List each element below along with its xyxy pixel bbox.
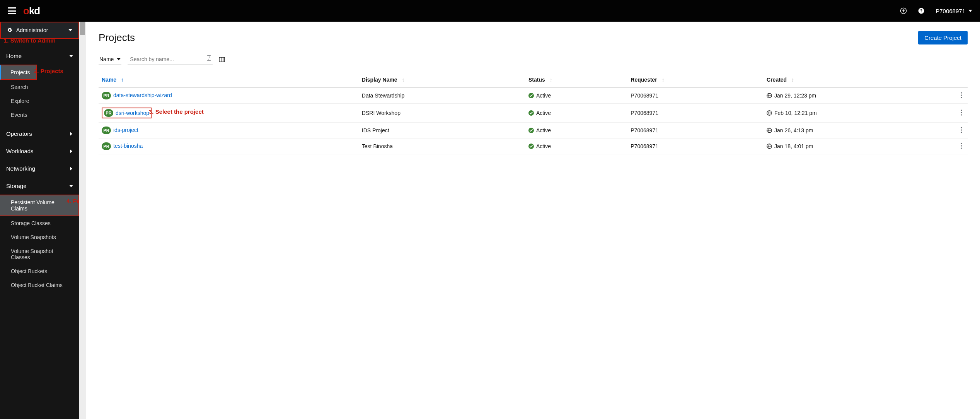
globe-icon [767, 144, 772, 149]
caret-down-icon [968, 10, 972, 12]
requester-cell: P70068971 [627, 139, 764, 154]
project-link[interactable]: dsri-workshop [116, 110, 149, 116]
col-header-status[interactable]: Status ↕ [525, 72, 627, 88]
nav-header-label: Home [6, 53, 22, 59]
created-text: Jan 26, 4:13 pm [774, 127, 813, 133]
nav-item-volume-snapshot-classes[interactable]: Volume Snapshot Classes [0, 244, 79, 264]
create-project-button[interactable]: Create Project [918, 31, 968, 44]
sort-icon: ↕ [550, 77, 552, 83]
nav-item-search[interactable]: Search [0, 80, 79, 94]
kebab-menu-button[interactable] [961, 109, 962, 116]
scrollbar[interactable] [79, 22, 86, 419]
nav-item-label: Explore [11, 98, 29, 104]
sort-asc-icon: ↑ [121, 77, 124, 83]
svg-point-10 [961, 97, 962, 98]
help-icon[interactable]: ? [918, 7, 925, 14]
col-label: Status [528, 77, 545, 83]
kebab-menu-button[interactable] [961, 92, 962, 98]
masthead: okd ? P70068971 [0, 0, 980, 22]
svg-point-8 [961, 92, 962, 93]
col-header-name[interactable]: Name ↑ [99, 72, 359, 88]
caret-down-icon [68, 29, 72, 31]
sort-icon: ↕ [662, 77, 665, 83]
search-input[interactable] [128, 54, 213, 65]
col-label: Display Name [362, 77, 397, 83]
nav-item-label: Object Buckets [11, 268, 47, 274]
nav-header-operators[interactable]: Operators [0, 125, 79, 142]
display-name-cell: DSRI Workshop [359, 104, 525, 123]
search-box: / [128, 54, 213, 65]
annotation-1: 1. Switch to Admin [4, 37, 56, 44]
sort-icon: ↕ [402, 77, 405, 83]
svg-point-9 [961, 94, 962, 96]
annotation-4: 4. Persistent Storage [66, 198, 79, 204]
nav-header-storage[interactable]: Storage [0, 177, 79, 195]
nav-section-storage: Storage Persistent Volume Claims 4. Pers… [0, 177, 79, 292]
scrollbar-thumb[interactable] [80, 22, 85, 35]
created-text: Feb 10, 12:21 pm [774, 110, 817, 116]
project-badge: PR [102, 142, 111, 150]
nav-item-label: Volume Snapshots [11, 234, 56, 240]
display-name-cell: Data Stewardship [359, 88, 525, 104]
nav-header-workloads[interactable]: Workloads [0, 142, 79, 160]
nav-section-home: Home Projects 2. Projects Search Explore… [0, 47, 79, 122]
status-cell: Active [528, 110, 624, 116]
svg-point-14 [961, 112, 962, 113]
column-management-button[interactable] [219, 56, 225, 63]
status-cell: Active [528, 92, 624, 99]
svg-point-18 [961, 127, 962, 128]
project-badge: PR [104, 109, 113, 117]
logo-kd: kd [29, 5, 40, 17]
caret-down-icon [117, 58, 121, 60]
nav-item-explore[interactable]: Explore [0, 94, 79, 108]
check-circle-icon [528, 93, 534, 98]
nav-header-label: Storage [6, 183, 27, 189]
table-row: PRtest-binoshaTest BinoshaActiveP7006897… [99, 139, 968, 154]
check-circle-icon [528, 128, 534, 133]
nav-item-label: Object Bucket Claims [11, 282, 63, 288]
project-link[interactable]: test-binosha [113, 143, 143, 149]
svg-text:?: ? [920, 9, 922, 13]
nav-item-object-bucket-claims[interactable]: Object Bucket Claims [0, 278, 79, 292]
nav-header-label: Workloads [6, 148, 34, 154]
perspective-label: Administrator [16, 27, 48, 33]
table-row: PRids-projectIDS ProjectActiveP70068971J… [99, 123, 968, 139]
nav-header-networking[interactable]: Networking [0, 160, 79, 177]
col-header-display-name[interactable]: Display Name ↕ [359, 72, 525, 88]
user-menu[interactable]: P70068971 [936, 8, 972, 14]
chevron-right-icon [69, 132, 73, 136]
filter-attribute-dropdown[interactable]: Name [99, 54, 121, 65]
nav-item-storage-classes[interactable]: Storage Classes [0, 216, 79, 230]
check-circle-icon [528, 144, 534, 149]
project-link[interactable]: ids-project [113, 127, 138, 133]
col-header-created[interactable]: Created ↕ [764, 72, 955, 88]
svg-point-20 [961, 132, 962, 133]
nav-item-object-buckets[interactable]: Object Buckets [0, 264, 79, 278]
chevron-down-icon [69, 54, 73, 58]
status-text: Active [536, 127, 551, 133]
perspective-switcher[interactable]: Administrator [0, 22, 79, 39]
table-row: PRdata-stewardship-wizardData Stewardshi… [99, 88, 968, 104]
project-badge: PR [102, 92, 111, 99]
globe-icon [767, 128, 772, 133]
nav-item-projects[interactable]: Projects [0, 65, 37, 80]
nav-toggle-button[interactable] [8, 7, 16, 14]
nav-header-label: Operators [6, 130, 32, 137]
nav-item-volume-snapshots[interactable]: Volume Snapshots [0, 230, 79, 244]
col-label: Requester [631, 77, 657, 83]
kebab-menu-button[interactable] [961, 127, 962, 133]
add-icon[interactable] [900, 7, 907, 14]
kebab-menu-button[interactable] [961, 143, 962, 149]
logo[interactable]: okd [23, 5, 40, 17]
col-header-requester[interactable]: Requester ↕ [627, 72, 764, 88]
main-content: Projects Create Project Name / [86, 22, 980, 419]
check-circle-icon [528, 110, 534, 116]
nav-header-home[interactable]: Home [0, 47, 79, 65]
nav-header-label: Networking [6, 165, 35, 172]
nav-item-label: Storage Classes [11, 220, 51, 226]
globe-icon [767, 93, 772, 98]
status-text: Active [536, 143, 551, 149]
nav-item-events[interactable]: Events [0, 108, 79, 122]
display-name-cell: Test Binosha [359, 139, 525, 154]
project-link[interactable]: data-stewardship-wizard [113, 92, 172, 98]
